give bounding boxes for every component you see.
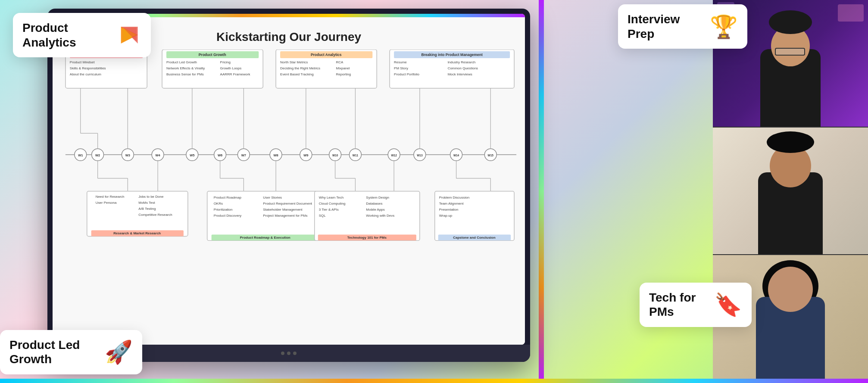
laptop-frame: Kickstarting Our Journey Intro to Produc… [47,9,530,362]
svg-text:W6: W6 [218,153,222,157]
svg-text:System Design: System Design [366,196,389,199]
svg-text:W11: W11 [353,154,359,157]
svg-text:Product Discovery: Product Discovery [214,214,242,218]
svg-text:Product Growth: Product Growth [199,53,226,57]
svg-text:Presentation: Presentation [439,208,459,212]
svg-text:W7: W7 [241,153,246,157]
svg-text:Product Portfolio: Product Portfolio [394,72,419,76]
svg-text:W12: W12 [391,154,397,157]
svg-text:Pricing: Pricing [220,60,231,64]
nav-dot [287,352,290,355]
svg-text:RCA: RCA [336,60,344,64]
svg-text:Product Requirement Document: Product Requirement Document [263,202,312,206]
arrow-icon [117,21,141,49]
card-tech-for-pms-label: Tech for PMs [649,290,708,319]
svg-text:Common Questions: Common Questions [448,66,478,70]
svg-text:Mock Interviews: Mock Interviews [448,72,472,76]
svg-text:W13: W13 [417,154,423,157]
svg-text:SQL: SQL [319,214,326,218]
svg-text:W8: W8 [274,153,278,157]
gradient-bar [539,0,544,383]
svg-text:Competitive Research: Competitive Research [138,213,172,217]
svg-text:A/B Testing: A/B Testing [138,207,156,211]
svg-text:Product Analytics: Product Analytics [311,53,342,57]
card-tech-for-pms: Tech for PMs 🔖 [640,283,752,327]
svg-text:PM Story: PM Story [394,66,408,70]
svg-text:User Persona: User Persona [96,201,117,205]
svg-text:W15: W15 [488,154,494,157]
screen: Kickstarting Our Journey Intro to Produc… [53,14,525,345]
svg-text:Wrap-up: Wrap-up [439,214,453,218]
svg-text:Business Sense for PMs: Business Sense for PMs [166,72,204,76]
bottom-gradient [0,379,868,383]
svg-text:Mobile Apps: Mobile Apps [366,208,384,212]
svg-text:Technology 101 for PMs: Technology 101 for PMs [347,236,387,240]
svg-text:Jobs to be Done: Jobs to be Done [138,195,164,199]
svg-text:W10: W10 [332,154,338,157]
svg-text:User Stories: User Stories [263,196,282,199]
svg-text:Need for Research: Need for Research [96,195,125,199]
svg-text:W14: W14 [453,154,459,157]
card-product-analytics-label: Product Analytics [22,21,111,50]
svg-text:Problem Discussion: Problem Discussion [439,196,469,199]
card-product-analytics: Product Analytics [13,13,151,57]
svg-text:AARRR Framework: AARRR Framework [220,72,250,76]
bookmark-icon: 🔖 [714,293,742,316]
svg-text:Product Led Growth: Product Led Growth [166,60,197,64]
svg-text:Why Learn Tech: Why Learn Tech [319,196,343,199]
svg-text:W4: W4 [156,153,161,157]
svg-text:Stakeholder Management: Stakeholder Management [263,208,303,212]
svg-text:Project Management for PMs: Project Management for PMs [263,214,307,218]
journey-diagram: Intro to Product Management Product Mind… [53,50,525,316]
card-product-led-growth: Product Led Growth 🚀 [0,330,142,374]
svg-text:Breaking into Product Manageme: Breaking into Product Management [421,53,482,57]
svg-text:Product Mindset: Product Mindset [70,60,95,64]
svg-text:Skills & Responsibilities: Skills & Responsibilities [70,66,106,70]
card-product-led-growth-label: Product Led Growth [9,338,99,367]
svg-text:Network Effects & Virality: Network Effects & Virality [166,66,205,70]
svg-text:Mixpanel: Mixpanel [336,66,350,70]
svg-text:3 Tier & APIs: 3 Tier & APIs [319,208,339,212]
svg-text:Research & Market Research: Research & Market Research [113,231,161,235]
svg-text:OKRs: OKRs [214,202,223,206]
svg-text:Working with Devs: Working with Devs [366,214,394,218]
video-thumbnail-2 [713,128,868,255]
svg-text:W1: W1 [78,153,83,157]
card-interview-prep: Interview Prep 🏆 [618,4,747,49]
svg-text:Growth Loops: Growth Loops [220,66,242,70]
svg-text:W2: W2 [95,153,100,157]
svg-text:Resume: Resume [394,60,407,64]
svg-text:Capstone and Conclusion: Capstone and Conclusion [453,236,495,240]
svg-text:W9: W9 [303,153,308,157]
svg-text:W5: W5 [190,153,194,157]
nav-dot [293,352,297,355]
svg-text:Event Based Tracking: Event Based Tracking [280,72,314,76]
nav-dot [281,352,284,355]
svg-text:Product Roadmap: Product Roadmap [214,196,242,199]
svg-text:Product Roadmap & Execution: Product Roadmap & Execution [240,236,290,240]
svg-text:Cloud Computing: Cloud Computing [319,202,346,206]
screen-content: Kickstarting Our Journey Intro to Produc… [53,17,525,345]
svg-text:Industry Research: Industry Research [448,60,476,64]
svg-text:Reporting: Reporting [336,72,351,76]
svg-text:North Star Metrics: North Star Metrics [280,60,308,64]
svg-text:MoMs Test: MoMs Test [138,201,155,205]
svg-text:About the curriculum: About the curriculum [70,72,101,76]
svg-text:Prioritization: Prioritization [214,208,233,212]
card-interview-prep-label: Interview Prep [628,12,704,41]
svg-text:W3: W3 [125,153,130,157]
svg-text:Databases: Databases [366,202,382,206]
svg-text:Team Alignment: Team Alignment [439,202,464,206]
trophy-icon: 🏆 [710,16,738,38]
rocket-icon: 🚀 [105,341,133,363]
svg-text:Deciding the Right Metrics: Deciding the Right Metrics [280,66,320,70]
